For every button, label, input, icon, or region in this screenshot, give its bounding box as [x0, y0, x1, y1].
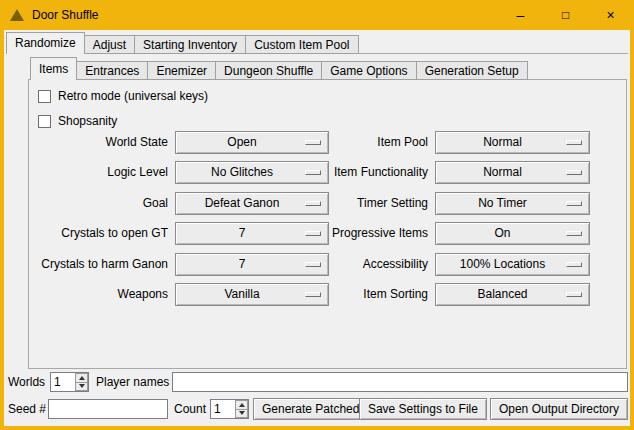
open-output-directory-button[interactable]: Open Output Directory: [490, 398, 628, 420]
player-names-input[interactable]: [172, 372, 628, 392]
item-sorting-label: Item Sorting: [322, 283, 428, 306]
close-button[interactable]: ×: [588, 0, 633, 30]
logic-level-label: Logic Level: [8, 161, 168, 184]
item-functionality-dropdown[interactable]: Normal: [435, 161, 590, 184]
player-names-label: Player names: [96, 372, 169, 392]
dropdown-indicator-icon: [566, 292, 582, 297]
save-settings-button[interactable]: Save Settings to File: [359, 398, 487, 420]
spinner-up-button[interactable]: [235, 400, 248, 410]
dropdown-indicator-icon: [566, 262, 582, 267]
window-title: Door Shuffle: [32, 0, 99, 30]
outer-tab-row: Randomize Adjust Starting Inventory Cust…: [6, 32, 359, 54]
tab-custom-item-pool[interactable]: Custom Item Pool: [245, 35, 358, 54]
titlebar: Door Shuffle – □ ×: [0, 0, 634, 30]
spinner-down-button[interactable]: [75, 383, 88, 392]
worlds-label: Worlds: [8, 372, 45, 392]
arrow-down-icon: [79, 384, 85, 388]
retro-mode-checkbox-row: Retro mode (universal keys): [38, 86, 208, 106]
count-spinbox[interactable]: [210, 399, 249, 419]
field-row: Weapons Vanilla Item Sorting Balanced: [4, 283, 627, 306]
tab-starting-inventory[interactable]: Starting Inventory: [134, 35, 246, 54]
dropdown-indicator-icon: [305, 292, 321, 297]
tab-dungeon-shuffle[interactable]: Dungeon Shuffle: [215, 61, 322, 80]
dropdown-indicator-icon: [566, 170, 582, 175]
crystals-ganon-label: Crystals to harm Ganon: [8, 253, 168, 276]
retro-mode-label: Retro mode (universal keys): [58, 89, 208, 103]
client-area: Randomize Adjust Starting Inventory Cust…: [4, 30, 630, 426]
seed-label: Seed #: [8, 398, 46, 420]
dropdown-indicator-icon: [305, 201, 321, 206]
dropdown-indicator-icon: [305, 170, 321, 175]
shopsanity-checkbox[interactable]: [38, 115, 51, 128]
worlds-spinbox[interactable]: [50, 372, 89, 392]
worlds-row: Worlds Player names: [4, 372, 630, 392]
dropdown-indicator-icon: [305, 231, 321, 236]
tab-generation-setup[interactable]: Generation Setup: [416, 61, 528, 80]
timer-setting-dropdown[interactable]: No Timer: [435, 192, 590, 215]
goal-dropdown[interactable]: Defeat Ganon: [175, 192, 329, 215]
dropdown-indicator-icon: [566, 140, 582, 145]
field-row: Goal Defeat Ganon Timer Setting No Timer: [4, 192, 627, 215]
window-controls: – □ ×: [498, 0, 633, 30]
tab-entrances[interactable]: Entrances: [76, 61, 148, 80]
minimize-button[interactable]: –: [498, 0, 543, 30]
spinner-buttons: [75, 373, 88, 391]
field-row: Crystals to harm Ganon 7 Accessibility 1…: [4, 253, 627, 276]
dropdown-indicator-icon: [566, 231, 582, 236]
logic-level-dropdown[interactable]: No Glitches: [175, 161, 329, 184]
tab-enemizer[interactable]: Enemizer: [147, 61, 216, 80]
inner-tab-row: Items Entrances Enemizer Dungeon Shuffle…: [30, 57, 528, 80]
seed-input[interactable]: [48, 399, 168, 419]
item-pool-dropdown[interactable]: Normal: [435, 131, 590, 154]
seed-row: Seed # Count Generate Patched Rom Save S…: [4, 398, 630, 420]
arrow-down-icon: [239, 411, 245, 415]
crystals-ganon-dropdown[interactable]: 7: [175, 253, 329, 276]
app-icon: [10, 9, 24, 21]
spinner-buttons: [235, 400, 248, 418]
crystals-gt-dropdown[interactable]: 7: [175, 222, 329, 245]
field-row: World State Open Item Pool Normal: [4, 131, 627, 154]
field-row: Logic Level No Glitches Item Functionali…: [4, 161, 627, 184]
tab-randomize[interactable]: Randomize: [6, 32, 85, 54]
accessibility-dropdown[interactable]: 100% Locations: [435, 253, 590, 276]
world-state-label: World State: [8, 131, 168, 154]
shopsanity-checkbox-row: Shopsanity: [38, 111, 117, 131]
tab-game-options[interactable]: Game Options: [321, 61, 416, 80]
weapons-dropdown[interactable]: Vanilla: [175, 283, 329, 306]
world-state-dropdown[interactable]: Open: [175, 131, 329, 154]
window: Door Shuffle – □ × Randomize Adjust Star…: [0, 0, 634, 430]
dropdown-indicator-icon: [305, 140, 321, 145]
weapons-label: Weapons: [8, 283, 168, 306]
item-functionality-label: Item Functionality: [322, 161, 428, 184]
spinner-down-button[interactable]: [235, 410, 248, 419]
spinner-up-button[interactable]: [75, 373, 88, 383]
dropdown-indicator-icon: [566, 201, 582, 206]
dropdown-indicator-icon: [305, 262, 321, 267]
retro-mode-checkbox[interactable]: [38, 90, 51, 103]
crystals-gt-label: Crystals to open GT: [8, 222, 168, 245]
maximize-button[interactable]: □: [543, 0, 588, 30]
goal-label: Goal: [8, 192, 168, 215]
item-pool-label: Item Pool: [322, 131, 428, 154]
progressive-items-dropdown[interactable]: On: [435, 222, 590, 245]
arrow-up-icon: [239, 403, 245, 407]
item-sorting-dropdown[interactable]: Balanced: [435, 283, 590, 306]
progressive-items-label: Progressive Items: [322, 222, 428, 245]
tab-items[interactable]: Items: [30, 57, 77, 80]
shopsanity-label: Shopsanity: [58, 114, 117, 128]
tab-adjust[interactable]: Adjust: [84, 35, 135, 54]
bottom-right-buttons: Save Settings to File Open Output Direct…: [359, 398, 628, 420]
arrow-up-icon: [79, 376, 85, 380]
field-row: Crystals to open GT 7 Progressive Items …: [4, 222, 627, 245]
count-label: Count: [174, 398, 206, 420]
timer-setting-label: Timer Setting: [322, 192, 428, 215]
accessibility-label: Accessibility: [322, 253, 428, 276]
